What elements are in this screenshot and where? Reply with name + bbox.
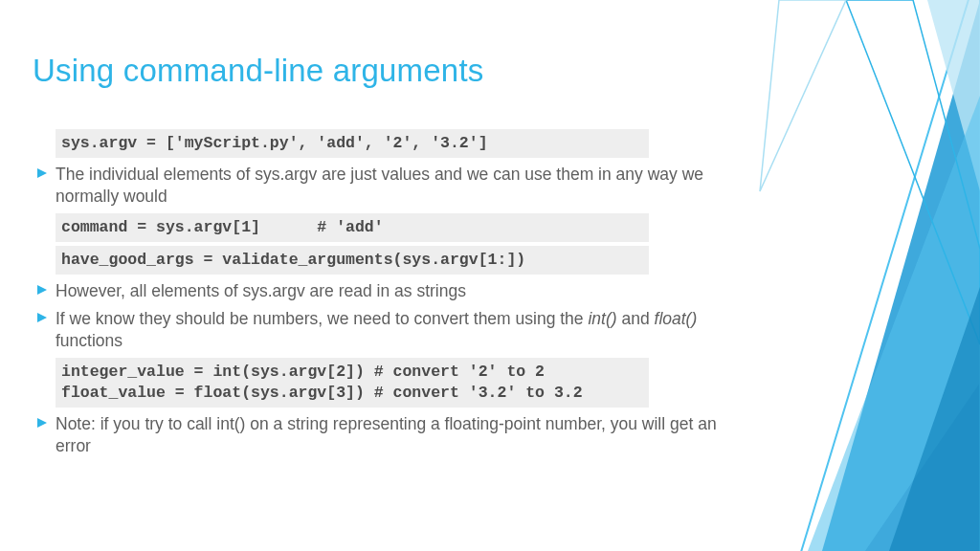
- bullet-item: If we know they should be numbers, we ne…: [36, 308, 741, 352]
- bullet-arrow-icon: [36, 284, 48, 296]
- bullet-item: The individual elements of sys.argv are …: [36, 164, 741, 208]
- bullet-text: If we know they should be numbers, we ne…: [56, 308, 741, 352]
- svg-marker-5: [889, 287, 980, 551]
- code-block-command: command = sys.argv[1] # 'add': [56, 213, 649, 242]
- bullet-text: The individual elements of sys.argv are …: [56, 164, 741, 208]
- bullet-arrow-icon: [36, 312, 48, 323]
- decorative-triangles: [731, 0, 980, 551]
- svg-marker-0: [822, 0, 980, 551]
- svg-marker-7: [37, 168, 47, 178]
- svg-marker-9: [37, 313, 47, 322]
- slide: Using command-line arguments sys.argv = …: [0, 0, 980, 551]
- bullet-item: Note: if you try to call int() on a stri…: [36, 413, 741, 457]
- bullet-item: However, all elements of sys.argv are re…: [36, 280, 741, 302]
- bullet-arrow-icon: [36, 167, 48, 179]
- bullet-text: Note: if you try to call int() on a stri…: [56, 413, 741, 457]
- svg-marker-3: [808, 96, 980, 551]
- svg-marker-4: [846, 0, 980, 344]
- svg-marker-8: [37, 285, 47, 295]
- svg-marker-1: [789, 0, 980, 551]
- bullet-arrow-icon: [36, 417, 48, 429]
- slide-title: Using command-line arguments: [33, 53, 741, 89]
- bullet-text: However, all elements of sys.argv are re…: [56, 280, 741, 302]
- slide-content: Using command-line arguments sys.argv = …: [33, 53, 741, 463]
- code-block-argv: sys.argv = ['myScript.py', 'add', '2', '…: [56, 129, 649, 158]
- svg-marker-10: [37, 418, 47, 428]
- svg-marker-6: [760, 0, 846, 191]
- svg-marker-2: [927, 0, 980, 191]
- code-block-convert: integer_value = int(sys.argv[2]) # conve…: [56, 358, 649, 408]
- code-block-validate: have_good_args = validate_arguments(sys.…: [56, 246, 649, 275]
